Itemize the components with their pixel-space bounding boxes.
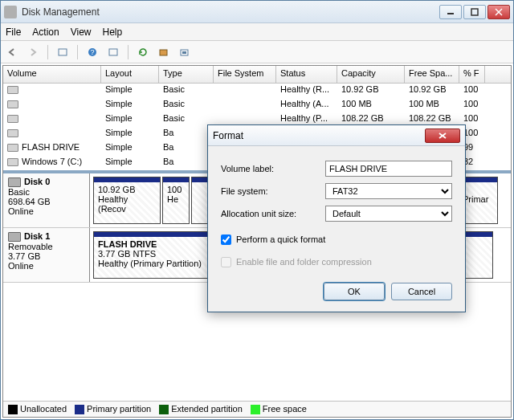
legend-extended: Extended partition [159, 404, 243, 414]
refresh-icon[interactable] [135, 44, 151, 60]
drive-icon [7, 100, 18, 108]
app-icon [4, 6, 17, 18]
menu-view[interactable]: View [71, 27, 92, 38]
partition[interactable]: 100He [162, 177, 190, 224]
toolbar-separator [128, 45, 128, 59]
allocation-select[interactable]: Default [325, 206, 452, 222]
legend-swatch-extended [159, 405, 169, 414]
drive-icon [7, 86, 18, 94]
partition[interactable]: 10.92 GBHealthy (Recov [93, 177, 161, 224]
col-status[interactable]: Status [276, 66, 337, 83]
legend: Unallocated Primary partition Extended p… [3, 401, 511, 417]
compression-label: Enable file and folder compression [236, 257, 372, 267]
close-button[interactable] [487, 5, 510, 19]
menu-help[interactable]: Help [103, 27, 123, 38]
svg-rect-10 [182, 51, 186, 54]
toolbar-icon-1[interactable] [55, 44, 71, 60]
toolbar-icon-4[interactable] [177, 44, 193, 60]
dialog-close-button[interactable] [425, 128, 460, 143]
drive-icon [7, 144, 18, 152]
back-button[interactable] [4, 44, 20, 60]
col-filesystem[interactable]: File System [214, 66, 276, 83]
col-volume[interactable]: Volume [3, 66, 101, 83]
dialog-title: Format [213, 130, 425, 141]
minimize-button[interactable] [439, 5, 462, 19]
compression-checkbox [221, 257, 231, 267]
volume-label-input[interactable] [325, 161, 452, 177]
toolbar-icon-3[interactable] [156, 44, 172, 60]
volume-row[interactable]: SimpleBasicHealthy (A...100 MB100 MB100 [3, 98, 511, 112]
legend-unallocated: Unallocated [8, 404, 67, 414]
legend-primary: Primary partition [75, 404, 151, 414]
volume-label-label: Volume label: [221, 164, 325, 173]
drive-icon [7, 158, 18, 166]
quick-format-label: Perform a quick format [236, 234, 325, 244]
maximize-button[interactable] [463, 5, 486, 19]
volume-row[interactable]: SimpleBasicHealthy (R...10.92 GB10.92 GB… [3, 84, 511, 98]
toolbar-separator [77, 45, 78, 59]
cancel-button[interactable]: Cancel [391, 283, 452, 300]
forward-button[interactable] [25, 44, 41, 60]
col-capacity[interactable]: Capacity [337, 66, 405, 83]
format-dialog: Format Volume label: File system: FAT32 … [207, 124, 466, 312]
legend-swatch-primary [75, 405, 84, 414]
legend-swatch-free [251, 405, 260, 414]
col-type[interactable]: Type [159, 66, 214, 83]
col-layout[interactable]: Layout [101, 66, 159, 83]
legend-free: Free space [251, 404, 307, 414]
compression-row: Enable file and folder compression [221, 254, 452, 270]
toolbar-icon-2[interactable] [105, 44, 121, 60]
quick-format-checkbox[interactable] [221, 234, 231, 245]
disk-info[interactable]: Disk 1Removable3.77 GBOnline [3, 228, 90, 282]
partition-color-bar [94, 177, 160, 182]
dialog-titlebar: Format [208, 125, 465, 146]
col-percent[interactable]: % F [459, 66, 485, 83]
dialog-buttons: OK Cancel [208, 275, 465, 312]
quick-format-row: Perform a quick format [221, 231, 452, 247]
legend-swatch-unallocated [8, 405, 18, 414]
help-icon[interactable]: ? [84, 44, 100, 60]
drive-icon [7, 115, 18, 123]
svg-rect-8 [160, 50, 167, 55]
allocation-label: Allocation unit size: [221, 209, 325, 218]
ok-button[interactable]: OK [324, 283, 385, 300]
svg-rect-1 [471, 9, 478, 15]
disk-info[interactable]: Disk 0Basic698.64 GBOnline [3, 173, 90, 227]
drive-icon [7, 129, 18, 137]
svg-rect-4 [59, 49, 67, 55]
titlebar: Disk Management [1, 1, 513, 23]
menubar: File Action View Help [1, 23, 513, 41]
menu-file[interactable]: File [6, 27, 21, 38]
window-title: Disk Management [22, 6, 438, 18]
volume-list-header: Volume Layout Type File System Status Ca… [3, 66, 511, 84]
toolbar: ? [1, 41, 513, 63]
svg-rect-7 [109, 49, 117, 55]
filesystem-select[interactable]: FAT32 [325, 183, 452, 199]
menu-action[interactable]: Action [32, 27, 59, 38]
disk-icon [8, 232, 21, 242]
partition-color-bar [163, 177, 189, 182]
disk-icon [8, 177, 21, 187]
col-free[interactable]: Free Spa... [405, 66, 459, 83]
dialog-body: Volume label: File system: FAT32 Allocat… [208, 146, 465, 275]
filesystem-label: File system: [221, 186, 325, 196]
toolbar-separator [47, 45, 48, 59]
svg-text:?: ? [90, 48, 94, 56]
